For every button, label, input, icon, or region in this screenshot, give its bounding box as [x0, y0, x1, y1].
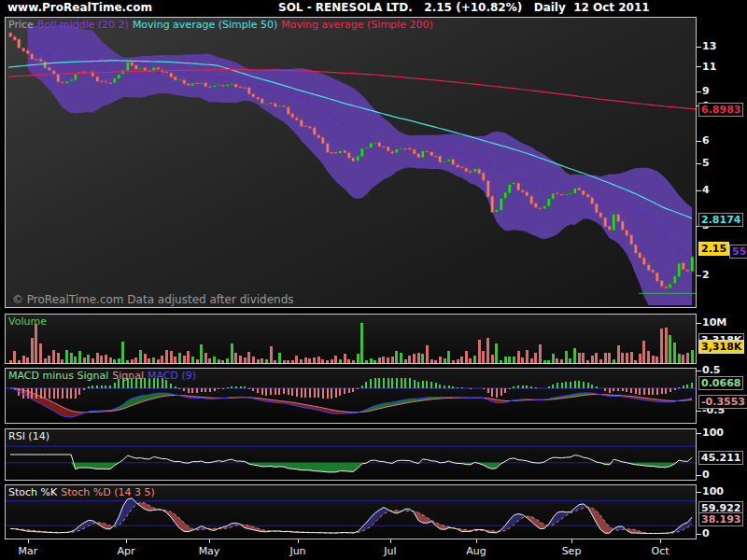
macd-signal-value-box: -0.3553 — [698, 395, 747, 409]
last-price-box: 2.15 — [698, 242, 729, 256]
rsi-value-box: 45.211 — [698, 451, 743, 465]
price-tick-5: 5 — [697, 157, 710, 169]
month-label-Mar: Mar — [12, 545, 44, 557]
price-tick-11: 11 — [697, 61, 716, 73]
rsi-chart[interactable] — [6, 429, 696, 480]
month-tick-Mar — [28, 539, 29, 543]
month-label-May: May — [193, 545, 225, 557]
month-tick-Oct — [660, 539, 661, 543]
month-label-Aug: Aug — [460, 545, 492, 557]
month-tick-May — [209, 539, 210, 543]
rsi-panel[interactable]: RSI (14) — [5, 428, 697, 481]
legend-price[interactable]: Price — [8, 19, 34, 31]
month-label-Oct: Oct — [644, 545, 676, 557]
month-tick-Jun — [298, 539, 299, 543]
price-tick-13: 13 — [697, 40, 716, 52]
month-tick-Sep — [571, 539, 572, 543]
month-tick-Apr — [126, 539, 127, 543]
price-panel[interactable]: PriceBoll middle (20 2)Moving average (S… — [5, 17, 697, 308]
volume-chart[interactable] — [6, 315, 696, 363]
macd-hist-value-box: 0.0668 — [698, 376, 743, 390]
price-tick-9: 9 — [697, 85, 710, 97]
month-label-Jul: Jul — [374, 545, 406, 557]
legend-boll-middle[interactable]: Boll middle (20 2) — [37, 19, 129, 31]
price-legend: PriceBoll middle (20 2)Moving average (S… — [8, 19, 437, 31]
month-tick-Aug — [476, 539, 477, 543]
legend-ma200[interactable]: Moving average (Simple 200) — [281, 19, 432, 31]
volume-panel[interactable]: Volume — [5, 314, 697, 364]
macd-top-tick: 0.5 — [697, 364, 721, 376]
stoch-panel[interactable]: Stoch %KStoch %D (14 3 5) — [5, 484, 697, 539]
prorealtime-chart-window: www.ProRealTime.com SOL - RENESOLA LTD. … — [0, 0, 747, 560]
month-tick-Jul — [390, 539, 391, 543]
macd-legend: MACD minus SignalSignalMACD (9) — [8, 370, 200, 382]
rsi-100-tick: 100 — [697, 427, 724, 439]
month-label-Jun: Jun — [282, 545, 314, 557]
legend-signal[interactable]: Signal — [112, 370, 144, 382]
site-label: www.ProRealTime.com — [7, 1, 152, 14]
stoch-0-tick: 0 — [697, 527, 710, 539]
rsi-0-tick: 0 — [697, 469, 710, 481]
ma50-value-box: 2.8174 — [698, 213, 743, 227]
legend-stoch-d[interactable]: Stoch %D (14 3 5) — [61, 486, 155, 498]
volume-10m-tick: 10M — [697, 316, 726, 329]
macd-panel[interactable]: MACD minus SignalSignalMACD (9) — [5, 368, 697, 424]
price-tick-6: 6 — [697, 134, 710, 147]
time-axis: MarAprMayJunJulAugSepOct — [0, 539, 747, 560]
price-axis-column: 6.8983 2.8174 55 2.15 10M 3,318K 3,318K … — [697, 16, 747, 560]
price-tick-4: 4 — [697, 184, 710, 196]
volume-legend: Volume — [8, 315, 50, 328]
ma200-value-box: 6.8983 — [698, 103, 743, 117]
top-bar: www.ProRealTime.com SOL - RENESOLA LTD. … — [0, 0, 747, 16]
stoch-legend: Stoch %KStoch %D (14 3 5) — [8, 486, 159, 498]
volume-value-box: 3,318K — [698, 340, 744, 354]
legend-macd9[interactable]: MACD (9) — [148, 370, 196, 382]
legend-ma50[interactable]: Moving average (Simple 50) — [133, 19, 277, 31]
price-tick-2: 2 — [697, 269, 710, 281]
legend-stoch-k[interactable]: Stoch %K — [8, 486, 57, 498]
stoch-100-tick: 100 — [697, 485, 724, 497]
month-label-Apr: Apr — [110, 545, 142, 557]
boll-middle-value-box: 55 — [729, 245, 747, 259]
month-label-Sep: Sep — [556, 545, 587, 557]
legend-rsi[interactable]: RSI (14) — [8, 430, 49, 442]
legend-volume[interactable]: Volume — [8, 315, 47, 328]
legend-macd-minus-signal[interactable]: MACD minus Signal — [8, 370, 108, 382]
stoch-d-value-box: 38.193 — [698, 512, 743, 526]
rsi-legend: RSI (14) — [8, 430, 53, 442]
watermark: © ProRealTime.com Data adjusted after di… — [12, 293, 294, 306]
chart-title: SOL - RENESOLA LTD. 2.15 (+10.82%) Daily… — [278, 1, 650, 14]
price-chart[interactable] — [6, 18, 696, 307]
